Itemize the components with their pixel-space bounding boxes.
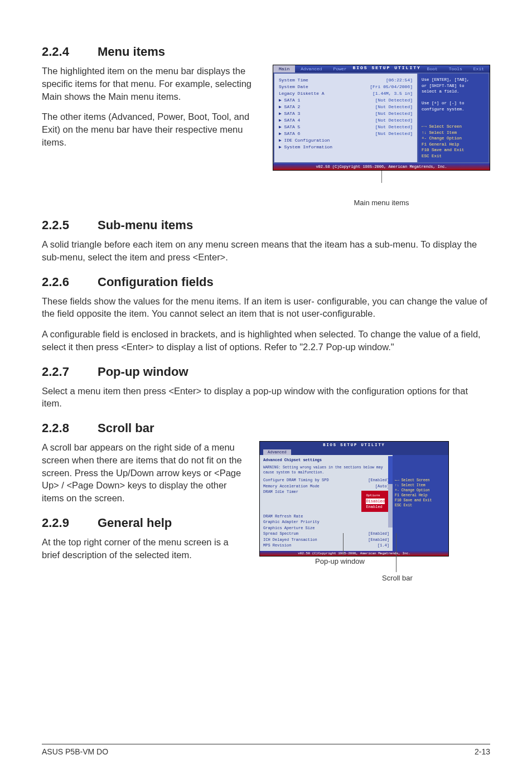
tab-tools: Tools	[443, 65, 468, 72]
cfg-row: DRAM Idle Timer Options Disabled Enabled	[263, 489, 389, 514]
tab-main: Main	[273, 65, 295, 72]
page-footer: ASUS P5B-VM DO 2-13	[42, 744, 490, 756]
bios-advanced-screen: BIOS SETUP UTILITY Advanced Advanced Chi…	[259, 441, 449, 556]
p-227-1: Select a menu item then press <Enter> to…	[42, 385, 490, 410]
nav-row: +- Change Option	[395, 488, 446, 493]
p-226-1: These fields show the values for the men…	[42, 295, 490, 321]
cfg-row: Graphic Adapter Priority	[263, 519, 389, 525]
p-224-2: The other items (Advanced, Power, Boot, …	[42, 110, 262, 148]
opt-enabled: Enabled	[366, 504, 385, 510]
nav-row: ↑↓ Select Item	[422, 130, 485, 136]
bios-title: BIOS SETUP UTILITY	[352, 65, 422, 72]
bios-main-screen: Main Advanced Power BIOS SETUP UTILITY B…	[273, 65, 490, 171]
heading-229: 2.2.9General help	[42, 515, 248, 530]
text-224: The highlighted item on the menu bar dis…	[42, 65, 262, 157]
scrollbar-track	[388, 484, 393, 527]
bios-help-panel: Use [ENTER], [TAB], or [SHIFT-TAB] to se…	[417, 72, 490, 163]
heading-227: 2.2.7Pop-up window	[42, 364, 490, 379]
heading-225: 2.2.5Sub-menu items	[42, 217, 490, 233]
bios2-help: ←→ Select Screen ↑↓ Select Item +- Chang…	[393, 455, 448, 551]
p-228-1: A scroll bar appears on the right side o…	[42, 441, 248, 505]
bios-footer: v02.58 (C)Copyright 1985-2006, American …	[273, 163, 490, 170]
nav-row: ESC Exit	[395, 503, 446, 508]
heading-224: 2.2.4Menu items	[42, 43, 490, 59]
p-225-1: A solid triangle before each item on any…	[42, 238, 490, 264]
scrollbar-thumb	[388, 456, 393, 484]
heading-226: 2.2.6Configuration fields	[42, 274, 490, 289]
opt-disabled: Disabled	[366, 499, 385, 505]
nav-row: ESC Exit	[422, 153, 485, 159]
tab-exit: Exit	[468, 65, 490, 72]
popup-options: Options Disabled Enabled	[361, 491, 389, 512]
caption-scroll: Scroll bar	[382, 574, 413, 582]
nav-row: ←→ Select Screen	[395, 478, 446, 483]
nav-row: F10 Save and Exit	[395, 498, 446, 503]
figure-main-menu: Main Advanced Power BIOS SETUP UTILITY B…	[273, 65, 490, 207]
p-224-1: The highlighted item on the menu bar dis…	[42, 65, 262, 103]
bios-menubar: Main Advanced Power BIOS SETUP UTILITY B…	[273, 65, 490, 72]
row-sata4: ▶ SATA 4[Not Detected]	[279, 117, 413, 124]
bios-left-panel: System Time[06:22:54] System Date[Fri 05…	[273, 72, 417, 163]
caption-popup: Pop-up window	[315, 557, 365, 565]
row-sata1: ▶ SATA 1[Not Detected]	[279, 97, 413, 104]
text-228: A scroll bar appears on the right side o…	[42, 441, 248, 569]
bios2-title: BIOS SETUP UTILITY	[260, 442, 448, 448]
row-systime: System Time[06:22:54]	[279, 77, 413, 84]
caption-main-menu: Main menu items	[273, 199, 490, 207]
tab-boot: Boot	[422, 65, 443, 72]
nav-row: ↑↓ Select Item	[395, 483, 446, 488]
bios-body: System Time[06:22:54] System Date[Fri 05…	[273, 72, 490, 163]
cfg-row: DRAM Refresh Rate	[263, 514, 389, 520]
heading-228: 2.2.8Scroll bar	[42, 420, 490, 435]
row-228: A scroll bar appears on the right side o…	[42, 441, 490, 590]
anno-line-popup	[343, 533, 344, 555]
cfg-row: ICH Delayed Transaction[Enabled]	[263, 537, 389, 543]
anno-line-scroll	[396, 533, 396, 572]
bios2-footer: v02.58 (C)Copyright 1985-2006, American …	[260, 551, 448, 556]
warning-text: WARNING: Setting wrong values in the sec…	[263, 465, 389, 476]
bios2-body: Advanced Chipset settings WARNING: Setti…	[260, 455, 448, 551]
row-ideconfig: ▶ IDE Configuration	[279, 137, 413, 144]
footer-right: 2-13	[475, 747, 490, 756]
nav-row: F10 Save and Exit	[422, 147, 485, 153]
tab-advanced-sel: Advanced	[263, 449, 291, 455]
cfg-row: Memory Acceleration Mode[Auto]	[263, 483, 389, 490]
cfg-row: Spread Spectrum[Enabled]	[263, 531, 389, 537]
nav-row: ←→ Select Screen	[422, 124, 485, 130]
row-sata5: ▶ SATA 5[Not Detected]	[279, 124, 413, 130]
row-sysinfo: ▶ System Information	[279, 144, 413, 151]
row-224: The highlighted item on the menu bar dis…	[42, 65, 490, 207]
p-226-2: A configurable field is enclosed in brac…	[42, 328, 490, 354]
nav-row: F1 General Help	[395, 493, 446, 498]
tab-advanced: Advanced	[295, 65, 327, 72]
figure-popup: BIOS SETUP UTILITY Advanced Advanced Chi…	[259, 441, 449, 590]
caption-line	[381, 171, 382, 183]
row-sata2: ▶ SATA 2[Not Detected]	[279, 104, 413, 110]
row-sysdate: System Date[Fri 05/04/2006]	[279, 84, 413, 90]
row-diskette: Legacy Diskette A[1.44M, 3.5 in]	[279, 90, 413, 97]
footer-left: ASUS P5B-VM DO	[42, 747, 108, 756]
chipset-heading: Advanced Chipset settings	[263, 457, 389, 463]
bios2-left: Advanced Chipset settings WARNING: Setti…	[260, 455, 393, 551]
p-229-1: At the top right corner of the menu scre…	[42, 536, 248, 562]
nav-row: +- Change Option	[422, 135, 485, 142]
cfg-row: Configure DRAM Timing by SPD[Enabled]	[263, 477, 389, 483]
nav-row: F1 General Help	[422, 142, 485, 148]
tab-power: Power	[328, 65, 352, 72]
row-sata3: ▶ SATA 3[Not Detected]	[279, 110, 413, 117]
cfg-row: Graphics Aperture Size	[263, 525, 389, 531]
cfg-row: MPS Revision[1.4]	[263, 543, 389, 549]
row-sata6: ▶ SATA 6[Not Detected]	[279, 130, 413, 137]
